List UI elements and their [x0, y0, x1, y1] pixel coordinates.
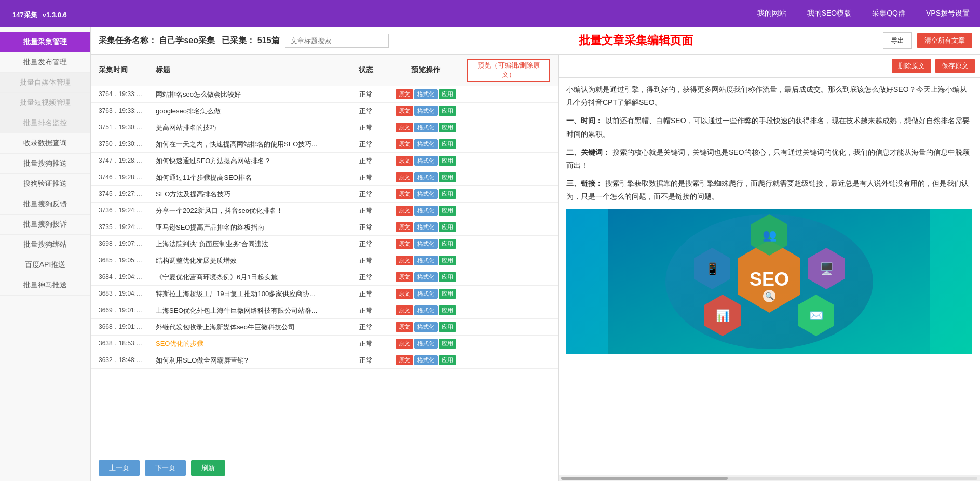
cell-title[interactable]: 提高网站排名的技巧 — [156, 123, 348, 132]
cell-title[interactable]: 《宁夏优化营商环境条例》6月1日起实施 — [156, 273, 348, 282]
cell-status: 正常 — [348, 123, 384, 132]
svg-text:📊: 📊 — [716, 309, 730, 323]
orig-button[interactable]: 原文 — [396, 272, 413, 282]
format-button[interactable]: 格式化 — [414, 222, 438, 232]
apply-button[interactable]: 应用 — [439, 206, 456, 216]
orig-button[interactable]: 原文 — [396, 123, 413, 132]
apply-button[interactable]: 应用 — [439, 106, 456, 116]
cell-title[interactable]: 分享一个2022新风口，抖音seo优化排名！ — [156, 206, 348, 216]
apply-button[interactable]: 应用 — [439, 256, 456, 265]
format-button[interactable]: 格式化 — [414, 239, 438, 249]
apply-button[interactable]: 应用 — [439, 322, 456, 332]
orig-button[interactable]: 原文 — [396, 139, 413, 149]
format-button[interactable]: 格式化 — [414, 206, 438, 216]
delete-orig-button[interactable]: 删除原文 — [892, 59, 931, 73]
cell-title[interactable]: 网站排名seo怎么做会比较好 — [156, 90, 348, 99]
preview-point1: 一、时间：以前还有黑帽、白帽SEO，可以通过一些作弊的手段快速的获得排名，现在技… — [566, 114, 972, 140]
nav-my-site[interactable]: 我的网站 — [757, 9, 786, 18]
apply-button[interactable]: 应用 — [439, 289, 456, 299]
preview-edit-delete-btn[interactable]: 预览（可编辑/删除原文） — [467, 59, 550, 82]
orig-button[interactable]: 原文 — [396, 156, 413, 166]
apply-button[interactable]: 应用 — [439, 172, 456, 182]
apply-button[interactable]: 应用 — [439, 222, 456, 232]
cell-title[interactable]: 上海SEO优化外包上海牛巨微网络科技有限公司站群... — [156, 306, 348, 315]
format-button[interactable]: 格式化 — [414, 172, 438, 182]
format-button[interactable]: 格式化 — [414, 139, 438, 149]
format-button[interactable]: 格式化 — [414, 189, 438, 199]
format-button[interactable]: 格式化 — [414, 156, 438, 166]
sidebar-item-sogou-verify[interactable]: 搜狗验证推送 — [0, 174, 90, 194]
orig-button[interactable]: 原文 — [396, 206, 413, 216]
format-button[interactable]: 格式化 — [414, 272, 438, 282]
format-button[interactable]: 格式化 — [414, 89, 438, 99]
clear-all-button[interactable]: 清空所有文章 — [917, 33, 972, 48]
cell-title[interactable]: 如何在一天之内，快速提高网站排名的使用SEO技巧... — [156, 140, 348, 149]
orig-button[interactable]: 原文 — [396, 289, 413, 299]
nav-seo-template[interactable]: 我的SEO模版 — [807, 9, 852, 18]
orig-button[interactable]: 原文 — [396, 239, 413, 249]
orig-button[interactable]: 原文 — [396, 89, 413, 99]
sidebar-item-shenma-push[interactable]: 批量神马推送 — [0, 275, 90, 296]
format-button[interactable]: 格式化 — [414, 106, 438, 116]
cell-title[interactable]: 如何快速通过SEO方法提高网站排名？ — [156, 156, 348, 166]
sidebar-item-data-query[interactable]: 收录数据查询 — [0, 133, 90, 154]
cell-title[interactable]: 上海法院判决"负面压制业务"合同违法 — [156, 239, 348, 249]
cell-title[interactable]: 如何通过11个步骤提高SEO排名 — [156, 173, 348, 182]
format-button[interactable]: 格式化 — [414, 289, 438, 299]
orig-button[interactable]: 原文 — [396, 339, 413, 349]
orig-button[interactable]: 原文 — [396, 355, 413, 365]
sidebar-item-sogou-feedback[interactable]: 批量搜狗反馈 — [0, 194, 90, 215]
sidebar-item-batch-publish[interactable]: 批量发布管理 — [0, 52, 90, 73]
cell-title[interactable]: 亚马逊SEO提高产品排名的终极指南 — [156, 223, 348, 232]
apply-button[interactable]: 应用 — [439, 156, 456, 166]
cell-title[interactable]: 如何利用SEO做全网霸屏营销? — [156, 356, 348, 365]
apply-button[interactable]: 应用 — [439, 305, 456, 315]
format-button[interactable]: 格式化 — [414, 256, 438, 265]
format-button[interactable]: 格式化 — [414, 355, 438, 365]
search-input[interactable] — [285, 34, 389, 48]
sidebar-item-sogou-complaint[interactable]: 批量搜狗投诉 — [0, 215, 90, 235]
sidebar-item-sogou-push[interactable]: 批量搜狗推送 — [0, 154, 90, 174]
main: 采集任务名称： 自己学seo采集 已采集： 515篇 批量文章采集编辑页面 导出… — [91, 27, 980, 481]
refresh-button[interactable]: 刷新 — [191, 460, 225, 476]
orig-button[interactable]: 原文 — [396, 222, 413, 232]
orig-button[interactable]: 原文 — [396, 322, 413, 332]
apply-button[interactable]: 应用 — [439, 272, 456, 282]
next-page-button[interactable]: 下一页 — [145, 460, 186, 476]
nav-qq-group[interactable]: 采集QQ群 — [872, 9, 905, 18]
cell-title[interactable]: SEO方法及提高排名技巧 — [156, 190, 348, 199]
prev-page-button[interactable]: 上一页 — [99, 460, 140, 476]
sidebar-item-batch-collect[interactable]: 批量采集管理 — [0, 32, 90, 52]
format-button[interactable]: 格式化 — [414, 305, 438, 315]
sidebar-item-baidu-api[interactable]: 百度API推送 — [0, 255, 90, 275]
orig-button[interactable]: 原文 — [396, 256, 413, 265]
svg-text:SEO: SEO — [750, 269, 789, 290]
cell-title[interactable]: 特斯拉上海超级工厂19日复工推动100多家供应商协... — [156, 289, 348, 299]
apply-button[interactable]: 应用 — [439, 123, 456, 132]
nav-vps-settings[interactable]: VPS拨号设置 — [926, 9, 970, 18]
sidebar-item-sogou-bind[interactable]: 批量搜狗绑站 — [0, 235, 90, 255]
apply-button[interactable]: 应用 — [439, 189, 456, 199]
orig-button[interactable]: 原文 — [396, 189, 413, 199]
cell-time: 3685．19:05:… — [99, 256, 156, 265]
format-button[interactable]: 格式化 — [414, 322, 438, 332]
orig-button[interactable]: 原文 — [396, 305, 413, 315]
apply-button[interactable]: 应用 — [439, 89, 456, 99]
cell-title[interactable]: googleseo排名怎么做 — [156, 106, 348, 116]
table-section: 采集时间 标题 状态 预览操作 预览（可编辑/删除原文） 3764．19:33:… — [91, 55, 558, 481]
apply-button[interactable]: 应用 — [439, 339, 456, 349]
cell-time: 3747．19:28:… — [99, 156, 156, 165]
format-button[interactable]: 格式化 — [414, 123, 438, 132]
apply-button[interactable]: 应用 — [439, 139, 456, 149]
apply-button[interactable]: 应用 — [439, 355, 456, 365]
table-row: 3632．18:48:… 如何利用SEO做全网霸屏营销? 正常 原文 格式化 应… — [91, 352, 558, 369]
save-orig-button[interactable]: 保存原文 — [935, 59, 975, 73]
cell-title[interactable]: 结构调整优化发展提质增效 — [156, 256, 348, 265]
apply-button[interactable]: 应用 — [439, 239, 456, 249]
cell-title[interactable]: 外链代发包收录上海新媒体seo牛巨微科技公司 — [156, 323, 348, 332]
orig-button[interactable]: 原文 — [396, 172, 413, 182]
format-button[interactable]: 格式化 — [414, 339, 438, 349]
cell-title[interactable]: SEO优化的步骤 — [156, 339, 348, 349]
orig-button[interactable]: 原文 — [396, 106, 413, 116]
export-button[interactable]: 导出 — [883, 32, 912, 49]
